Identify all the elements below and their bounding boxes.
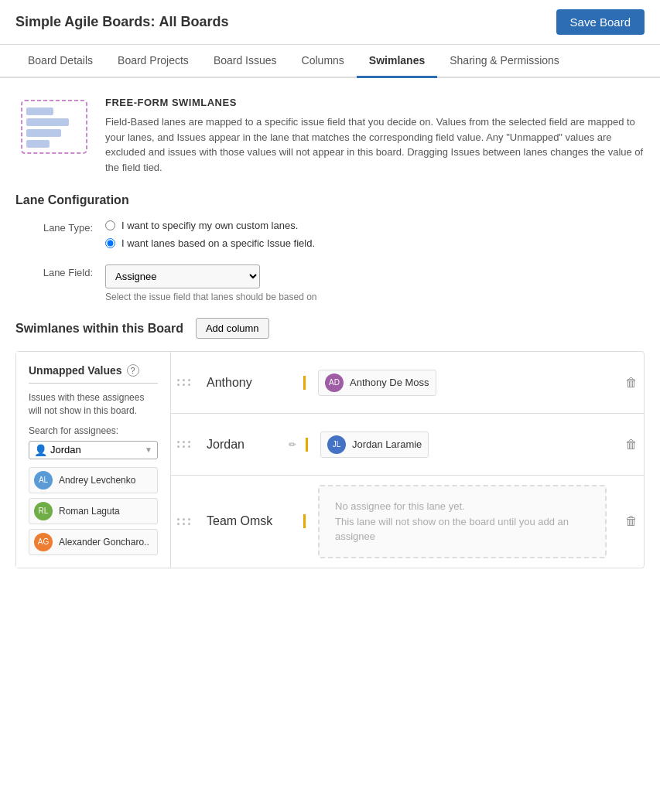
tab-board-issues[interactable]: Board Issues xyxy=(201,45,289,78)
info-box: FREE-FORM SWIMLANES Field-Based lanes ar… xyxy=(15,97,645,175)
assignee-name: Andrey Levchenko xyxy=(59,475,135,486)
swimlanes-icon xyxy=(15,97,93,175)
search-label: Search for assignees: xyxy=(29,425,158,436)
unmapped-divider xyxy=(29,383,158,384)
radio-field-label: I want lanes based on a specific Issue f… xyxy=(121,237,315,249)
dot xyxy=(188,445,190,448)
dot xyxy=(188,441,190,443)
dot xyxy=(177,379,180,381)
dot xyxy=(183,384,185,386)
assignee-list: AL Andrey Levchenko RL Roman Laguta AG A… xyxy=(29,467,158,555)
lane-name-anthony xyxy=(197,376,306,390)
unmapped-panel: Unmapped Values ? Issues with these assi… xyxy=(16,352,171,568)
dot xyxy=(183,379,185,381)
lane-name-input[interactable] xyxy=(207,438,284,452)
info-text: FREE-FORM SWIMLANES Field-Based lanes ar… xyxy=(105,97,645,175)
page-header: Simple Agile Boards: All Boards Save Boa… xyxy=(0,0,660,45)
assignee-name: Jordan Laramie xyxy=(352,438,422,450)
dot xyxy=(188,384,190,386)
avatar: RL xyxy=(34,502,53,520)
lane-main: No assignee for this lane yet.This lane … xyxy=(197,476,619,568)
swimlanes-header: Swimlanes within this Board Add column xyxy=(15,318,645,339)
table-row: ✏ JL Jordan Laramie 🗑 xyxy=(171,414,644,476)
svg-rect-3 xyxy=(26,129,61,137)
lane-name-teamomsk xyxy=(197,514,306,528)
unmapped-description: Issues with these assignees will not sho… xyxy=(29,391,158,418)
unmapped-title: Unmapped Values xyxy=(29,364,122,377)
dot xyxy=(183,445,185,448)
radio-custom-label: I want to specifiy my own custom lanes. xyxy=(121,220,298,231)
dot xyxy=(177,523,180,525)
person-icon: 👤 xyxy=(34,444,47,456)
tab-swimlanes[interactable]: Swimlanes xyxy=(357,45,437,78)
dot xyxy=(183,441,185,443)
drag-handle[interactable] xyxy=(171,414,197,475)
delete-lane-button[interactable]: 🗑 xyxy=(619,352,644,413)
lane-name-input[interactable] xyxy=(207,514,284,528)
list-item[interactable]: AG Alexander Goncharo.. xyxy=(29,529,158,555)
radio-field-lanes[interactable]: I want lanes based on a specific Issue f… xyxy=(105,237,645,249)
info-description: Field-Based lanes are mapped to a specif… xyxy=(105,114,645,175)
dot xyxy=(177,518,180,520)
swimlanes-body: Unmapped Values ? Issues with these assi… xyxy=(15,351,645,568)
drag-handle[interactable] xyxy=(171,476,197,568)
tab-sharing-permissions[interactable]: Sharing & Permissions xyxy=(437,45,572,78)
tab-board-projects[interactable]: Board Projects xyxy=(105,45,201,78)
lane-assignees: AD Anthony De Moss xyxy=(306,370,619,396)
edit-icon[interactable]: ✏ xyxy=(289,439,296,450)
drag-dots xyxy=(177,518,191,525)
assignee-name: Roman Laguta xyxy=(59,506,120,517)
delete-lane-button[interactable]: 🗑 xyxy=(619,476,644,568)
table-row: AD Anthony De Moss 🗑 xyxy=(171,352,644,414)
assignee-name: Alexander Goncharo.. xyxy=(59,537,149,548)
search-input[interactable] xyxy=(50,444,142,455)
lane-field-select[interactable]: Assignee Priority Status Reporter xyxy=(105,264,260,288)
radio-custom-input[interactable] xyxy=(105,220,115,230)
save-board-button[interactable]: Save Board xyxy=(556,9,645,35)
svg-rect-1 xyxy=(26,107,53,115)
lane-field-row: Lane Field: Assignee Priority Status Rep… xyxy=(15,264,645,302)
list-item[interactable]: RL Roman Laguta xyxy=(29,498,158,524)
add-column-button[interactable]: Add column xyxy=(196,318,269,339)
radio-field-input[interactable] xyxy=(105,238,115,248)
nav-tabs: Board Details Board Projects Board Issue… xyxy=(0,45,660,78)
dropdown-icon[interactable]: ▼ xyxy=(145,445,152,454)
svg-rect-4 xyxy=(26,140,50,148)
app-name: Simple Agile Boards: xyxy=(15,14,155,29)
delete-lane-button[interactable]: 🗑 xyxy=(619,414,644,475)
unmapped-header: Unmapped Values ? xyxy=(29,364,158,377)
lane-field-hint: Select the issue field that lanes should… xyxy=(105,292,645,302)
lane-type-label: Lane Type: xyxy=(15,220,93,234)
dot xyxy=(177,445,180,448)
dot xyxy=(188,518,190,520)
radio-custom-lanes[interactable]: I want to specifiy my own custom lanes. xyxy=(105,220,645,231)
lane-assignees: JL Jordan Laramie xyxy=(308,432,619,458)
lane-config-title: Lane Configuration xyxy=(15,193,645,207)
drag-dots xyxy=(177,379,191,386)
tab-columns[interactable]: Columns xyxy=(289,45,357,78)
swimlanes-section: Swimlanes within this Board Add column U… xyxy=(15,318,645,568)
svg-rect-2 xyxy=(26,118,69,126)
list-item[interactable]: AL Andrey Levchenko xyxy=(29,467,158,493)
swimlanes-title: Swimlanes within this Board xyxy=(15,322,183,336)
lane-main: AD Anthony De Moss xyxy=(197,360,619,405)
lanes-area: AD Anthony De Moss 🗑 xyxy=(171,352,644,568)
tab-board-details[interactable]: Board Details xyxy=(15,45,105,78)
avatar: JL xyxy=(327,435,346,454)
page-content: FREE-FORM SWIMLANES Field-Based lanes ar… xyxy=(0,78,660,587)
lane-main: ✏ JL Jordan Laramie xyxy=(197,422,619,467)
avatar: AD xyxy=(325,374,344,392)
drag-handle[interactable] xyxy=(171,352,197,413)
table-row: No assignee for this lane yet.This lane … xyxy=(171,476,644,568)
dot xyxy=(177,384,180,386)
assignee-name: Anthony De Moss xyxy=(350,377,429,388)
help-icon[interactable]: ? xyxy=(127,364,139,377)
dot xyxy=(188,379,190,381)
lane-field-control: Assignee Priority Status Reporter Select… xyxy=(105,264,645,302)
lane-configuration-section: Lane Configuration Lane Type: I want to … xyxy=(15,193,645,302)
lane-name-input[interactable] xyxy=(207,376,284,390)
search-input-wrap: 👤 ▼ xyxy=(29,441,158,459)
drag-dots xyxy=(177,441,191,448)
dot xyxy=(183,518,185,520)
avatar: AG xyxy=(34,533,53,551)
